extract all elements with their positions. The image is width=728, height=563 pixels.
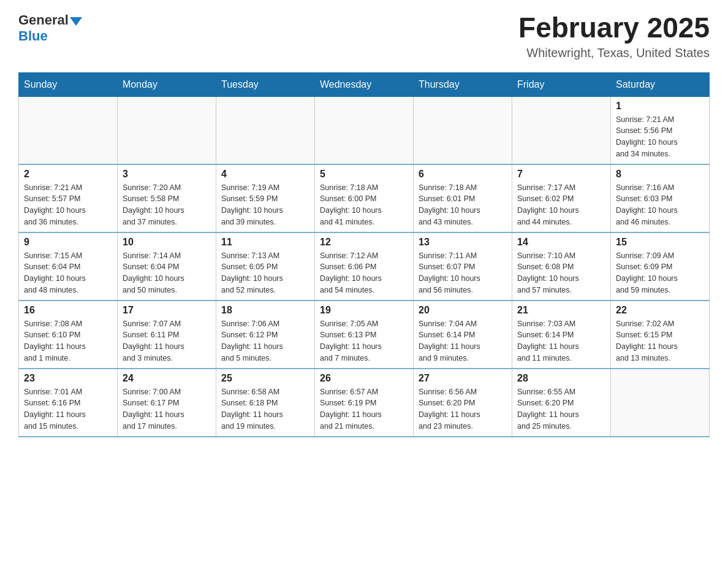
calendar-cell: 13Sunrise: 7:11 AM Sunset: 6:07 PM Dayli…: [414, 232, 512, 301]
calendar-cell: 10Sunrise: 7:14 AM Sunset: 6:04 PM Dayli…: [118, 232, 216, 301]
day-info: Sunrise: 7:06 AM Sunset: 6:12 PM Dayligh…: [221, 318, 309, 364]
calendar-cell: [216, 96, 315, 164]
day-number: 3: [123, 169, 211, 180]
week-row-2: 2Sunrise: 7:21 AM Sunset: 5:57 PM Daylig…: [19, 164, 710, 232]
calendar-cell: [512, 96, 611, 164]
day-info: Sunrise: 7:00 AM Sunset: 6:17 PM Dayligh…: [123, 386, 211, 432]
calendar-cell: 16Sunrise: 7:08 AM Sunset: 6:10 PM Dayli…: [19, 301, 118, 369]
calendar-cell: [414, 96, 512, 164]
weekday-header-friday: Friday: [512, 72, 611, 96]
calendar-cell: 19Sunrise: 7:05 AM Sunset: 6:13 PM Dayli…: [315, 301, 414, 369]
day-info: Sunrise: 6:57 AM Sunset: 6:19 PM Dayligh…: [320, 386, 408, 432]
calendar-cell: 1Sunrise: 7:21 AM Sunset: 5:56 PM Daylig…: [611, 96, 710, 164]
weekday-header-sunday: Sunday: [19, 72, 118, 96]
logo-general-word: General: [18, 12, 69, 28]
day-number: 20: [419, 305, 507, 316]
title-block: February 2025 Whitewright, Texas, United…: [518, 12, 710, 60]
day-info: Sunrise: 7:20 AM Sunset: 5:58 PM Dayligh…: [123, 182, 211, 228]
logo-general-text: General: [18, 12, 82, 28]
calendar-cell: 26Sunrise: 6:57 AM Sunset: 6:19 PM Dayli…: [315, 369, 414, 437]
day-number: 13: [419, 237, 507, 248]
day-number: 5: [320, 169, 408, 180]
calendar-cell: 21Sunrise: 7:03 AM Sunset: 6:14 PM Dayli…: [512, 301, 611, 369]
week-row-5: 23Sunrise: 7:01 AM Sunset: 6:16 PM Dayli…: [19, 369, 710, 437]
day-info: Sunrise: 7:03 AM Sunset: 6:14 PM Dayligh…: [517, 318, 605, 364]
calendar-cell: 28Sunrise: 6:55 AM Sunset: 6:20 PM Dayli…: [512, 369, 611, 437]
calendar-cell: 24Sunrise: 7:00 AM Sunset: 6:17 PM Dayli…: [118, 369, 216, 437]
day-number: 9: [24, 237, 112, 248]
day-number: 17: [123, 305, 211, 316]
day-number: 16: [24, 305, 112, 316]
calendar-cell: [19, 96, 118, 164]
day-number: 2: [24, 169, 112, 180]
day-info: Sunrise: 7:16 AM Sunset: 6:03 PM Dayligh…: [616, 182, 704, 228]
calendar-cell: 12Sunrise: 7:12 AM Sunset: 6:06 PM Dayli…: [315, 232, 414, 301]
calendar-title: February 2025: [518, 12, 710, 44]
calendar-cell: 7Sunrise: 7:17 AM Sunset: 6:02 PM Daylig…: [512, 164, 611, 232]
day-info: Sunrise: 7:21 AM Sunset: 5:56 PM Dayligh…: [616, 114, 704, 160]
day-info: Sunrise: 6:56 AM Sunset: 6:20 PM Dayligh…: [419, 386, 507, 432]
day-info: Sunrise: 7:05 AM Sunset: 6:13 PM Dayligh…: [320, 318, 408, 364]
day-number: 18: [221, 305, 309, 316]
calendar-cell: 9Sunrise: 7:15 AM Sunset: 6:04 PM Daylig…: [19, 232, 118, 301]
day-info: Sunrise: 6:58 AM Sunset: 6:18 PM Dayligh…: [221, 386, 309, 432]
day-info: Sunrise: 7:04 AM Sunset: 6:14 PM Dayligh…: [419, 318, 507, 364]
weekday-header-wednesday: Wednesday: [315, 72, 414, 96]
calendar-cell: 25Sunrise: 6:58 AM Sunset: 6:18 PM Dayli…: [216, 369, 315, 437]
calendar-cell: 5Sunrise: 7:18 AM Sunset: 6:00 PM Daylig…: [315, 164, 414, 232]
day-number: 19: [320, 305, 408, 316]
day-info: Sunrise: 7:18 AM Sunset: 6:00 PM Dayligh…: [320, 182, 408, 228]
day-info: Sunrise: 7:12 AM Sunset: 6:06 PM Dayligh…: [320, 250, 408, 296]
day-number: 26: [320, 373, 408, 384]
day-number: 4: [221, 169, 309, 180]
calendar-cell: 14Sunrise: 7:10 AM Sunset: 6:08 PM Dayli…: [512, 232, 611, 301]
day-number: 25: [221, 373, 309, 384]
day-info: Sunrise: 7:13 AM Sunset: 6:05 PM Dayligh…: [221, 250, 309, 296]
day-info: Sunrise: 7:18 AM Sunset: 6:01 PM Dayligh…: [419, 182, 507, 228]
day-info: Sunrise: 6:55 AM Sunset: 6:20 PM Dayligh…: [517, 386, 605, 432]
day-number: 27: [419, 373, 507, 384]
calendar-cell: 17Sunrise: 7:07 AM Sunset: 6:11 PM Dayli…: [118, 301, 216, 369]
calendar-cell: 3Sunrise: 7:20 AM Sunset: 5:58 PM Daylig…: [118, 164, 216, 232]
day-number: 14: [517, 237, 605, 248]
weekday-header-thursday: Thursday: [414, 72, 512, 96]
day-number: 23: [24, 373, 112, 384]
day-info: Sunrise: 7:14 AM Sunset: 6:04 PM Dayligh…: [123, 250, 211, 296]
day-number: 24: [123, 373, 211, 384]
day-info: Sunrise: 7:17 AM Sunset: 6:02 PM Dayligh…: [517, 182, 605, 228]
page-header: General Blue February 2025 Whitewright, …: [18, 12, 710, 60]
day-number: 11: [221, 237, 309, 248]
day-number: 1: [616, 101, 704, 112]
logo-blue-text: Blue: [18, 28, 48, 44]
weekday-header-row: SundayMondayTuesdayWednesdayThursdayFrid…: [19, 72, 710, 96]
calendar-cell: 22Sunrise: 7:02 AM Sunset: 6:15 PM Dayli…: [611, 301, 710, 369]
day-info: Sunrise: 7:10 AM Sunset: 6:08 PM Dayligh…: [517, 250, 605, 296]
calendar-cell: [118, 96, 216, 164]
day-number: 7: [517, 169, 605, 180]
calendar-cell: 27Sunrise: 6:56 AM Sunset: 6:20 PM Dayli…: [414, 369, 512, 437]
day-number: 21: [517, 305, 605, 316]
calendar-cell: 8Sunrise: 7:16 AM Sunset: 6:03 PM Daylig…: [611, 164, 710, 232]
calendar-cell: 6Sunrise: 7:18 AM Sunset: 6:01 PM Daylig…: [414, 164, 512, 232]
day-info: Sunrise: 7:07 AM Sunset: 6:11 PM Dayligh…: [123, 318, 211, 364]
weekday-header-monday: Monday: [118, 72, 216, 96]
calendar-cell: [315, 96, 414, 164]
day-info: Sunrise: 7:01 AM Sunset: 6:16 PM Dayligh…: [24, 386, 112, 432]
day-number: 10: [123, 237, 211, 248]
calendar-cell: 15Sunrise: 7:09 AM Sunset: 6:09 PM Dayli…: [611, 232, 710, 301]
weekday-header-saturday: Saturday: [611, 72, 710, 96]
day-info: Sunrise: 7:19 AM Sunset: 5:59 PM Dayligh…: [221, 182, 309, 228]
day-info: Sunrise: 7:09 AM Sunset: 6:09 PM Dayligh…: [616, 250, 704, 296]
day-number: 8: [616, 169, 704, 180]
calendar-table: SundayMondayTuesdayWednesdayThursdayFrid…: [18, 72, 710, 437]
day-info: Sunrise: 7:02 AM Sunset: 6:15 PM Dayligh…: [616, 318, 704, 364]
calendar-cell: 4Sunrise: 7:19 AM Sunset: 5:59 PM Daylig…: [216, 164, 315, 232]
calendar-cell: [611, 369, 710, 437]
calendar-cell: 2Sunrise: 7:21 AM Sunset: 5:57 PM Daylig…: [19, 164, 118, 232]
calendar-subtitle: Whitewright, Texas, United States: [518, 46, 710, 60]
weekday-header-tuesday: Tuesday: [216, 72, 315, 96]
week-row-1: 1Sunrise: 7:21 AM Sunset: 5:56 PM Daylig…: [19, 96, 710, 164]
day-info: Sunrise: 7:08 AM Sunset: 6:10 PM Dayligh…: [24, 318, 112, 364]
logo-arrow-icon: [70, 17, 82, 26]
logo: General Blue: [18, 12, 82, 44]
